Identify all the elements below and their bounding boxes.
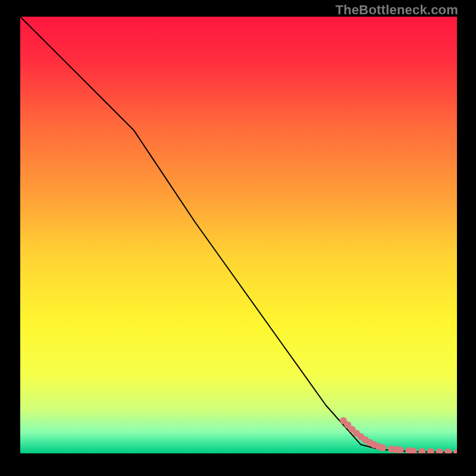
plot-svg	[20, 17, 457, 453]
watermark: TheBottleneck.com	[336, 2, 458, 18]
marker-point	[379, 444, 386, 451]
plot-area	[20, 17, 457, 453]
marker-point	[397, 446, 404, 453]
chart-frame: TheBottleneck.com	[0, 0, 476, 476]
